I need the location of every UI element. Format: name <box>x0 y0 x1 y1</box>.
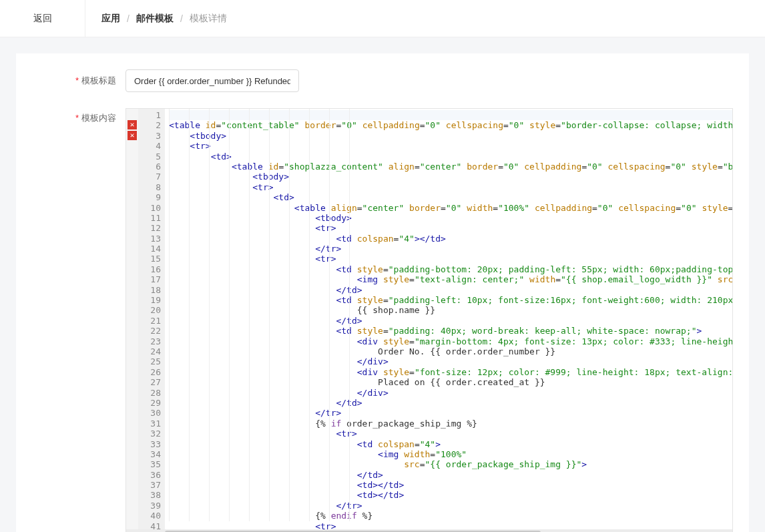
error-marker-icon <box>127 110 137 119</box>
indent-guide <box>229 109 230 521</box>
line-number: 34 <box>138 449 161 459</box>
error-marker-icon <box>127 336 137 346</box>
code-line[interactable]: <td colspan="4"> <box>169 439 732 449</box>
line-number: 7 <box>138 172 161 182</box>
error-marker-icon <box>127 203 137 212</box>
error-marker-icon <box>127 305 137 314</box>
breadcrumb-app[interactable]: 应用 <box>101 13 120 25</box>
line-number: 22 <box>138 326 161 336</box>
indent-guide <box>289 109 290 521</box>
code-line[interactable]: <table align="center" border="0" width="… <box>169 203 732 213</box>
code-line[interactable]: <tr> <box>169 182 732 192</box>
code-line[interactable]: </tr> <box>169 408 732 418</box>
line-number: 14 <box>138 244 161 254</box>
code-line[interactable]: <tbody> <box>169 131 732 141</box>
code-line[interactable]: </tr> <box>169 501 732 511</box>
error-marker-icon <box>127 377 137 386</box>
code-line[interactable]: <div style="font-size: 12px; color: #999… <box>169 367 732 377</box>
code-line[interactable]: <table id="shoplazza_content" align="cen… <box>169 162 732 172</box>
back-button[interactable]: 返回 <box>0 0 85 37</box>
line-number: 5 <box>138 152 161 162</box>
error-marker-icon <box>127 172 137 181</box>
code-line[interactable]: <img width="100%" <box>169 449 732 459</box>
code-line[interactable]: <tbody> <box>169 213 732 223</box>
line-number: 38 <box>138 490 161 500</box>
indent-guide <box>209 109 210 521</box>
line-number: 1 <box>138 110 161 120</box>
code-line[interactable]: <tr> <box>169 223 732 233</box>
code-line[interactable]: </td> <box>169 470 732 480</box>
breadcrumb-templates[interactable]: 邮件模板 <box>136 13 174 25</box>
horizontal-scrollbar[interactable] <box>126 529 732 532</box>
code-line[interactable]: <td> <box>169 152 732 162</box>
code-line[interactable]: <tr> <box>169 429 732 439</box>
code-line[interactable]: <tr> <box>169 141 732 151</box>
indent-guide <box>349 109 350 521</box>
code-line[interactable] <box>169 110 732 120</box>
line-number: 16 <box>138 264 161 274</box>
line-number: 28 <box>138 388 161 398</box>
line-number: 30 <box>138 408 161 418</box>
code-line[interactable]: </div> <box>169 388 732 398</box>
code-line[interactable]: <td style="padding-left: 10px; font-size… <box>169 295 732 305</box>
line-number: 26 <box>138 367 161 377</box>
error-marker-icon <box>127 521 137 529</box>
code-line[interactable]: </tr> <box>169 244 732 254</box>
code-line[interactable]: src="{{ order_package_ship_img }}"> <box>169 459 732 469</box>
error-marker-icon <box>127 419 137 428</box>
line-number: 8 <box>138 182 161 192</box>
code-line[interactable]: Placed on {{ order.created_at }} <box>169 377 732 387</box>
code-line[interactable]: <td></td> <box>169 490 732 500</box>
line-number: 12 <box>138 223 161 233</box>
line-number: 21 <box>138 316 161 326</box>
error-marker-icon <box>127 501 137 510</box>
code-line[interactable]: <td> <box>169 192 732 202</box>
required-asterisk-icon: * <box>75 75 79 85</box>
code-line[interactable]: <table id="content_table" border="0" cel… <box>169 120 732 130</box>
code-line[interactable]: {{ shop.name }} <box>169 305 732 315</box>
code-line[interactable]: <td></td> <box>169 480 732 490</box>
code-line[interactable]: </td> <box>169 316 732 326</box>
required-asterisk-icon: * <box>75 113 79 123</box>
error-marker-icon <box>127 398 137 407</box>
line-number: 19 <box>138 295 161 305</box>
template-title-input[interactable] <box>125 69 299 92</box>
code-line[interactable]: <tr> <box>169 521 732 529</box>
line-number: 6 <box>138 162 161 172</box>
error-marker-icon <box>127 264 137 274</box>
line-number: 20 <box>138 305 161 315</box>
line-number: 24 <box>138 346 161 356</box>
line-number-gutter: 1234567891011121314151617181920212223242… <box>138 109 165 529</box>
code-line[interactable]: </td> <box>169 285 732 295</box>
code-line[interactable]: <td style="padding: 40px; word-break: ke… <box>169 326 732 336</box>
indent-guide <box>269 109 270 521</box>
error-marker-icon <box>127 141 137 150</box>
line-number: 10 <box>138 203 161 213</box>
code-line[interactable]: <img style="text-align: center;" width="… <box>169 274 732 284</box>
error-marker-icon <box>127 152 137 161</box>
line-number: 36 <box>138 470 161 480</box>
code-line[interactable]: <tr> <box>169 254 732 264</box>
code-line[interactable]: </div> <box>169 356 732 366</box>
code-line[interactable]: {% endif %} <box>169 511 732 521</box>
code-line[interactable]: <tbody> <box>169 172 732 182</box>
code-line[interactable]: <td colspan="4"></td> <box>169 234 732 244</box>
line-number: 17 <box>138 274 161 284</box>
code-line[interactable]: <div style="margin-bottom: 4px; font-siz… <box>169 336 732 346</box>
code-line[interactable]: {% if order_package_ship_img %} <box>169 419 732 429</box>
topbar: 返回 应用 / 邮件模板 / 模板详情 <box>0 0 765 37</box>
back-label: 返回 <box>33 13 52 25</box>
error-marker-icon <box>127 449 137 459</box>
error-marker-icon <box>127 192 137 202</box>
error-marker-icon <box>127 459 137 469</box>
error-marker-icon <box>127 162 137 171</box>
error-marker-icon <box>127 295 137 304</box>
line-number: 37 <box>138 480 161 490</box>
code-area[interactable]: <table id="content_table" border="0" cel… <box>165 109 732 529</box>
code-line[interactable]: <td style="padding-bottom: 20px; padding… <box>169 264 732 274</box>
error-marker-icon <box>127 316 137 325</box>
code-editor[interactable]: ✕✕ 1234567891011121314151617181920212223… <box>125 108 733 532</box>
error-marker-icon <box>127 182 137 192</box>
code-line[interactable]: Order No. {{ order.order_number }} <box>169 346 732 356</box>
code-line[interactable]: </td> <box>169 398 732 408</box>
